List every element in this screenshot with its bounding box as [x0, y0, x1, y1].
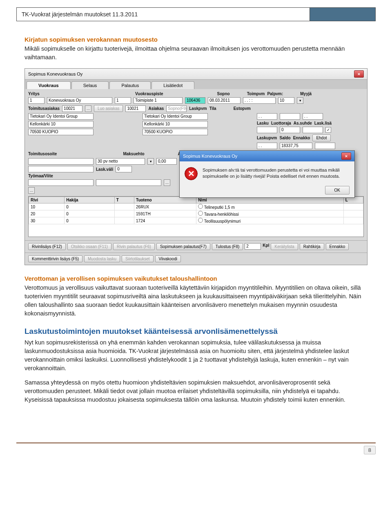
- lbl-ennakko: Ennakko: [293, 136, 310, 140]
- fld-yritys-no[interactable]: 1: [28, 97, 45, 104]
- section2-title: Verottoman ja verollisen sopimuksen vaik…: [24, 275, 368, 282]
- lbl-luottoraja: Luottoraja: [271, 121, 291, 125]
- search-icon[interactable]: [198, 218, 203, 223]
- lbl-lasklisa: Lask.lisä: [314, 121, 332, 125]
- fld-vp-nimi[interactable]: Toimipiste 1: [134, 97, 183, 104]
- lbl-maksuehto: Maksuehto: [123, 152, 144, 156]
- btn-rahtikirja[interactable]: Rahtikirja: [300, 243, 324, 250]
- btn-otsikko[interactable]: Otsikko osaan (F11): [67, 243, 111, 250]
- btn-siirtotilaukset[interactable]: Siirtotilaukset: [122, 255, 153, 262]
- error-dialog: Sopimus Konevuokraus Oy × ✕ Sopimuksen a…: [179, 150, 355, 198]
- fld-tyomaa2[interactable]: [96, 179, 161, 186]
- search-icon[interactable]: [198, 211, 203, 216]
- error-icon: ✕: [185, 167, 198, 180]
- fld-toimpvm[interactable]: 08.03.2011: [208, 97, 241, 104]
- lookup-icon[interactable]: …: [28, 187, 35, 194]
- fld-toimitusosoite2[interactable]: [28, 166, 94, 172]
- fld-myyja[interactable]: 10: [278, 97, 294, 104]
- fld-laskvali[interactable]: 0: [116, 166, 132, 172]
- btn-viivakoodi[interactable]: Viivakoodi: [155, 255, 181, 262]
- product-grid: Rivi Hakija T Tuoteno Nimi L 10 0 26RUX: [28, 196, 364, 237]
- close-icon[interactable]: ×: [354, 70, 364, 78]
- section3-p2: Samassa yhteydessä on myös otettu huomio…: [24, 378, 368, 404]
- fld-saldo[interactable]: 18337,75: [280, 143, 312, 149]
- header-title: TK-Vuokrat järjestelmän muutokset 11.3.2…: [17, 8, 310, 21]
- fld-sopno[interactable]: 106436: [185, 97, 205, 104]
- tab-selaus[interactable]: Selaus: [71, 81, 109, 89]
- fld-osoite1[interactable]: Kellonkärki 10: [28, 121, 94, 127]
- btn-rivin-palautus[interactable]: Rivin palautus (F6): [113, 243, 155, 250]
- col-t[interactable]: T: [114, 197, 134, 203]
- fld-toimitusasiakas-nimi[interactable]: Tietokari Oy Identoi Group: [28, 113, 94, 120]
- fld-sopno-ph[interactable]: Sopno(F9): [166, 105, 187, 112]
- col-rivi[interactable]: Rivi: [29, 197, 65, 203]
- btn-kommenttirivin[interactable]: Kommenttirivin lisäys (F5): [28, 255, 82, 262]
- dropdown-icon[interactable]: ▾: [297, 97, 303, 104]
- table-row[interactable]: 20 0 1591TH Tavara-henkilöhissi: [29, 210, 363, 217]
- fld-tila[interactable]: [280, 113, 300, 120]
- fld-estopvm[interactable]: . .: [303, 113, 323, 120]
- fld-lasku[interactable]: [257, 127, 277, 133]
- fld-vp-no[interactable]: 1: [115, 97, 131, 104]
- search-icon[interactable]: [198, 204, 203, 209]
- fld-osoite1b[interactable]: Kellonkärki 10: [143, 121, 208, 127]
- fld-tyomaa1[interactable]: [28, 179, 94, 186]
- btn-luo-asiakas[interactable]: Luo asiakas: [94, 105, 123, 112]
- fld-yritys-nimi[interactable]: Konevuokraus Oy: [47, 97, 112, 104]
- fld-asiakas-no[interactable]: 10021: [125, 105, 146, 112]
- app-button-row-2: Kommenttirivin lisäys (F5) Muodosta lask…: [25, 253, 367, 265]
- lbl-lasku: Lasku: [257, 121, 269, 125]
- dropdown-icon[interactable]: ▾: [147, 158, 154, 165]
- section3-title: Laskutustoimintojen muutokset käänteises…: [24, 327, 368, 336]
- fld-laskupvm[interactable]: . .: [257, 143, 277, 149]
- lookup-icon[interactable]: …: [164, 179, 170, 186]
- fld-maksuehto[interactable]: 30 pv netto: [96, 158, 145, 165]
- btn-sopimuksen-palautus[interactable]: Sopimuksen palautus(F7): [156, 243, 210, 250]
- fld-toimitusasiakas-no[interactable]: 10021: [62, 105, 82, 112]
- fld-luottoraja[interactable]: 0: [280, 127, 300, 133]
- fld-laskpvm[interactable]: . .: [257, 113, 277, 120]
- btn-keraily[interactable]: Keräilylista: [271, 243, 298, 250]
- fld-osoite2b[interactable]: 70500 KUOPIO: [143, 129, 208, 135]
- tab-vuokraus[interactable]: Vuokraus: [27, 81, 71, 89]
- section1-title: Kirjatun sopimuksen verokannan muutosest…: [24, 36, 368, 43]
- lbl-laskupvm: Laskupvm: [257, 136, 277, 140]
- dialog-title: Sopimus Konevuokraus Oy: [183, 154, 237, 159]
- btn-ennakko[interactable]: Ennakko: [326, 243, 349, 250]
- section2-body: Verottomuus ja verollisuus vaikuttavat s…: [24, 284, 368, 318]
- col-hakija[interactable]: Hakija: [65, 197, 115, 203]
- ok-button[interactable]: OK: [325, 186, 350, 194]
- lookup-icon[interactable]: …: [85, 105, 91, 112]
- fld-alv[interactable]: 0,00: [156, 158, 177, 165]
- table-row[interactable]: 10 0 26RUX Telineputki 1,5 m: [29, 203, 363, 210]
- lbl-tyomaa: Työmaa/Viite: [28, 174, 53, 178]
- dialog-footer: OK: [180, 184, 354, 197]
- app-tabs: Vuokraus Selaus Palautus Lisätiedot: [25, 80, 367, 89]
- tab-palautus[interactable]: Palautus: [109, 81, 151, 89]
- header-accent: [310, 8, 375, 21]
- page-content: Kirjatun sopimuksen verokannan muutosest…: [0, 21, 392, 426]
- fld-osoite2[interactable]: 70500 KUOPIO: [28, 129, 94, 135]
- fld-asiakas-nimi[interactable]: Tietokari Oy Identoi Group: [143, 113, 208, 120]
- section1-body: Mikäli sopimukselle on kirjattu tuoteriv…: [24, 45, 368, 62]
- fld-ennakko[interactable]: [315, 143, 335, 149]
- page-number: 8: [364, 446, 376, 454]
- lbl-toimitusosoite: Toimitusosoite: [28, 152, 57, 156]
- fld-palpvm[interactable]: . . : :: [243, 97, 276, 104]
- fld-toimitusosoite1[interactable]: [28, 158, 94, 165]
- close-icon[interactable]: ×: [341, 152, 351, 160]
- lbl-yritys: Yritys: [28, 92, 53, 96]
- btn-rivinlisays[interactable]: Rivinlisäys (F12): [28, 243, 66, 250]
- table-row[interactable]: 30 0 1724 Teollisuuspölynimuri: [29, 217, 363, 224]
- lbl-sopno: Sopno: [217, 92, 230, 96]
- btn-tulostus[interactable]: Tulostus (F8): [212, 243, 243, 250]
- tab-lisatiedot[interactable]: Lisätiedot: [151, 81, 194, 89]
- lbl-myyja: Myyjä: [300, 92, 312, 96]
- fld-kpl[interactable]: 2: [245, 243, 261, 250]
- fld-assuhde[interactable]: [303, 127, 323, 133]
- app-titlebar: Sopimus Konevuokraus Oy ×: [25, 69, 367, 80]
- lbl-laskvali: Lask.väli: [96, 167, 113, 172]
- btn-muodosta[interactable]: Muodosta lasku: [84, 255, 120, 262]
- btn-ehdot[interactable]: Ehdot: [312, 134, 330, 141]
- checkbox-lasklisa[interactable]: ✓: [325, 127, 331, 133]
